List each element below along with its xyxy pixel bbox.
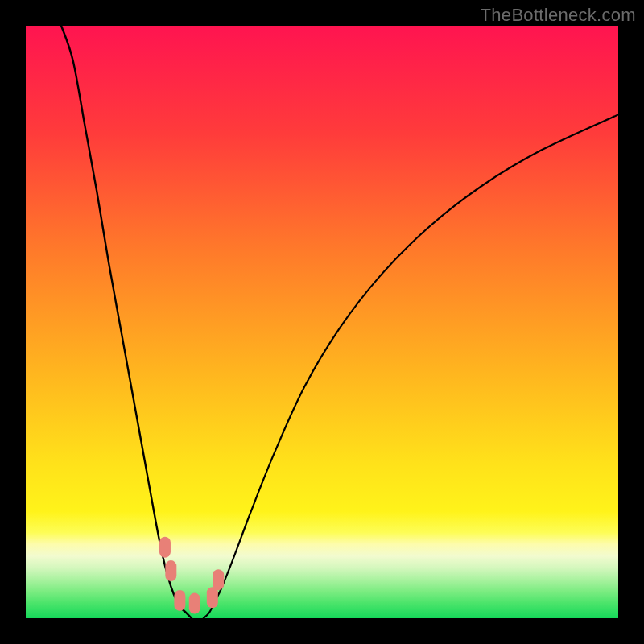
curve-marker (159, 537, 171, 558)
curve-marker (174, 590, 185, 611)
watermark-label: TheBottleneck.com (481, 5, 636, 26)
chart-frame: TheBottleneck.com (0, 0, 644, 644)
right-curve (204, 114, 618, 618)
left-curve (61, 26, 192, 618)
curve-marker (213, 569, 224, 590)
curve-marker (165, 560, 176, 581)
plot-area (26, 26, 618, 618)
curves-layer (26, 26, 618, 618)
curve-marker (189, 593, 200, 614)
markers-group (159, 537, 224, 614)
curve-marker (207, 587, 218, 608)
